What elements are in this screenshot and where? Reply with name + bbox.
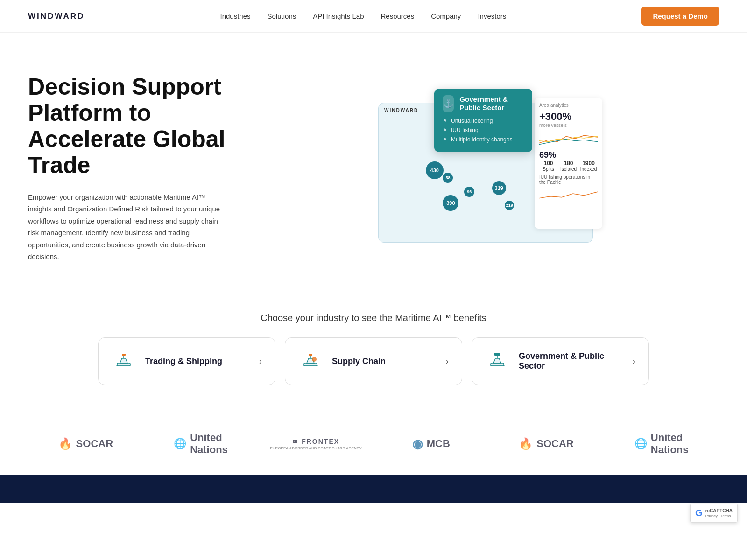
nav-company[interactable]: Company <box>431 12 461 20</box>
hero-heading: Decision Support Platform to Accelerate … <box>28 74 233 178</box>
flame-icon-2: 🔥 <box>519 437 533 450</box>
government-label: Government & Public Sector <box>519 351 623 371</box>
supply-arrow-icon: › <box>446 357 449 366</box>
navbar: WINDWARD Industries Solutions API Insigh… <box>0 0 747 33</box>
hero-text: Decision Support Platform to Accelerate … <box>28 74 233 263</box>
dashboard-logo: WINDWARD <box>384 108 418 113</box>
logo-frontex: ≋ FRONTEX EUROPEAN BORDER AND COAST GUAR… <box>258 438 374 450</box>
globe-icon-2: 🌐 <box>634 438 647 450</box>
government-icon <box>485 349 509 373</box>
popup-item-1: ⚑ Unusual loitering <box>443 118 524 124</box>
logo: WINDWARD <box>28 12 85 21</box>
svg-rect-11 <box>491 363 504 366</box>
popup-header: ⚓ Government & Public Sector <box>443 95 524 112</box>
area-analytics-label: Area analytics <box>539 103 598 108</box>
svg-rect-5 <box>304 363 317 366</box>
flag-icon-2: ⚑ <box>443 127 447 133</box>
logo-mcb: ◉ MCB <box>374 437 489 451</box>
nav-solutions[interactable]: Solutions <box>268 12 296 20</box>
industry-card-government[interactable]: Government & Public Sector › <box>472 337 649 385</box>
flag-icon-3: ⚑ <box>443 137 447 143</box>
nav-investors[interactable]: Investors <box>478 12 506 20</box>
socar-1-text: SOCAR <box>76 438 113 450</box>
nav-links: Industries Solutions API Insights Lab Re… <box>220 12 506 21</box>
un-1-text: UnitedNations <box>190 432 228 456</box>
line-chart-1 <box>539 132 598 146</box>
stats-panel: Area analytics +300% more vessels 69% 10… <box>535 98 602 229</box>
big-stat: +300% <box>539 111 598 123</box>
svg-rect-3 <box>122 354 126 356</box>
stat-row: 100 Splits 180 Isolated 1900 Indexed <box>539 160 598 172</box>
ship-supply-svg <box>299 350 322 372</box>
footer-bar <box>0 475 747 503</box>
trading-icon <box>112 349 136 373</box>
percent-stat: 69% <box>539 150 598 160</box>
logo-un-1: 🌐 UnitedNations <box>143 432 259 456</box>
flag-icon-1: ⚑ <box>443 118 447 124</box>
dashboard-mockup: WINDWARD 430 58 96 319 390 219 ⚓ Governm… <box>378 93 602 243</box>
mcb-text: MCB <box>427 438 450 450</box>
hero-visual: WINDWARD 430 58 96 319 390 219 ⚓ Governm… <box>261 93 719 243</box>
industry-card-trading[interactable]: Trading & Shipping › <box>98 337 275 385</box>
map-dot-58: 58 <box>443 173 453 183</box>
nav-api[interactable]: API Insights Lab <box>313 12 364 20</box>
nav-industries[interactable]: Industries <box>220 12 250 20</box>
map-dot-96: 96 <box>464 187 474 197</box>
hero-description: Empower your organization with actionabl… <box>28 191 224 263</box>
bottom-stat-label: IUU fishing operations in the Pacific <box>539 175 598 185</box>
popup-title: Government & Public Sector <box>459 95 524 112</box>
industry-title: Choose your industry to see the Maritime… <box>28 313 719 323</box>
big-stat-label: more vessels <box>539 123 598 128</box>
svg-marker-1 <box>120 358 127 363</box>
map-dot-319: 319 <box>492 181 506 195</box>
stat-cell-isolated: 180 Isolated <box>559 160 578 172</box>
line-chart-2 <box>539 187 598 201</box>
map-dot-219: 219 <box>505 201 514 210</box>
globe-icon-1: 🌐 <box>174 438 186 450</box>
svg-marker-12 <box>493 358 501 363</box>
popup-item-2: ⚑ IUU fishing <box>443 127 524 133</box>
popup-boat-icon: ⚓ <box>443 95 454 112</box>
stat-cell-splits: 100 Splits <box>539 160 557 172</box>
trading-arrow-icon: › <box>259 357 262 366</box>
industry-section: Choose your industry to see the Maritime… <box>0 294 747 413</box>
svg-rect-14 <box>494 353 500 356</box>
ship-trading-svg <box>113 350 135 372</box>
frontex-subtitle: EUROPEAN BORDER AND COAST GUARD AGENCY <box>270 446 362 450</box>
svg-rect-8 <box>309 354 312 356</box>
hero-section: Decision Support Platform to Accelerate … <box>0 33 747 294</box>
logo-socar-1: 🔥 SOCAR <box>28 437 143 450</box>
nav-resources[interactable]: Resources <box>381 12 414 20</box>
frontex-text: ≋ FRONTEX <box>292 438 339 445</box>
industry-card-supply[interactable]: Supply Chain › <box>285 337 462 385</box>
logo-socar-2: 🔥 SOCAR <box>489 437 604 450</box>
popup-item-3: ⚑ Multiple identity changes <box>443 136 524 143</box>
popup-card: ⚓ Government & Public Sector ⚑ Unusual l… <box>434 89 532 152</box>
supply-label: Supply Chain <box>332 357 437 366</box>
ship-govt-svg <box>486 350 508 372</box>
svg-point-9 <box>312 357 317 362</box>
industry-cards: Trading & Shipping › Supply Chain › <box>28 337 719 385</box>
trading-label: Trading & Shipping <box>145 357 250 366</box>
supply-icon <box>298 349 323 373</box>
socar-2-text: SOCAR <box>536 438 573 450</box>
flame-icon-1: 🔥 <box>58 437 72 450</box>
mcb-globe-icon: ◉ <box>412 437 423 451</box>
government-arrow-icon: › <box>633 357 635 366</box>
request-demo-button[interactable]: Request a Demo <box>641 7 719 26</box>
svg-rect-0 <box>117 363 130 366</box>
un-2-text: UnitedNations <box>651 432 689 456</box>
map-dot-390: 390 <box>443 195 458 211</box>
logos-section: 🔥 SOCAR 🌐 UnitedNations ≋ FRONTEX EUROPE… <box>0 413 747 475</box>
logo-un-2: 🌐 UnitedNations <box>604 432 719 456</box>
stat-cell-indexed: 1900 Indexed <box>579 160 598 172</box>
map-dot-430: 430 <box>426 161 444 179</box>
